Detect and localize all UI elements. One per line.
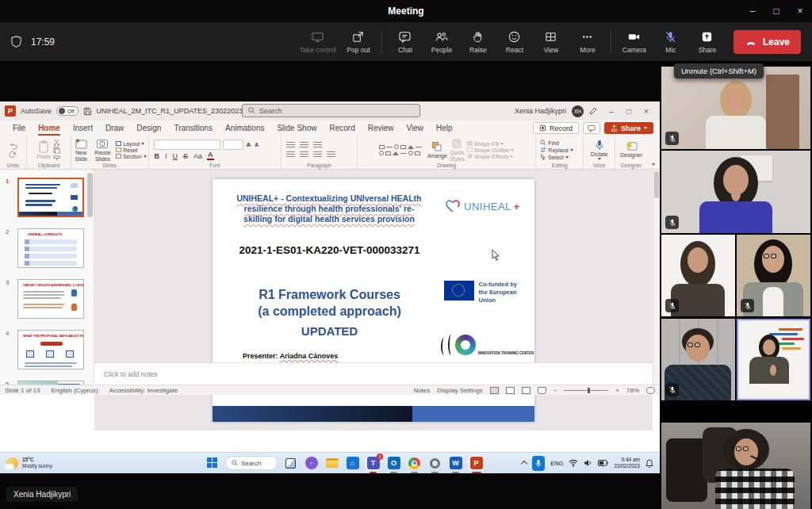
slide-thumbnail-3[interactable]: 3 TARGET GROUPS ADDRESSED: 2 LEVELS <box>17 279 82 319</box>
slide-heading-updated[interactable]: UPDATED <box>220 324 439 338</box>
reading-view-button[interactable] <box>522 387 530 394</box>
autosave-toggle[interactable]: Off <box>56 106 79 116</box>
slide-heading[interactable]: R1 Framework Courses(a completed approac… <box>220 287 439 320</box>
save-icon[interactable] <box>83 107 92 116</box>
ppt-minimize-button[interactable]: – <box>603 107 620 116</box>
paste-button[interactable]: Paste <box>36 140 51 159</box>
notification-bell-icon[interactable] <box>645 459 653 468</box>
camera-button[interactable]: Camera <box>616 24 653 60</box>
tray-expand-icon[interactable] <box>521 461 527 467</box>
language-indicator[interactable]: English (Cyprus) <box>51 387 98 394</box>
align-left-icon[interactable] <box>286 151 295 159</box>
strikethrough-button[interactable]: S <box>182 152 189 160</box>
mic-button[interactable]: Mic <box>653 24 689 60</box>
participant-video-6[interactable] <box>661 423 810 509</box>
italic-button[interactable]: I <box>164 152 168 160</box>
react-button[interactable]: React <box>496 24 533 60</box>
ribbon-collapse-icon[interactable] <box>652 163 655 166</box>
participant-video-4[interactable] <box>737 235 810 316</box>
slide-thumbnail-1[interactable]: 1 <box>17 178 82 217</box>
taskbar-clock[interactable]: 9:44 am23/02/2023 <box>614 457 640 470</box>
file-explorer-button[interactable] <box>324 456 339 471</box>
tab-review[interactable]: Review <box>362 121 400 136</box>
start-button[interactable] <box>205 456 220 471</box>
zoom-in-button[interactable]: + <box>615 387 619 394</box>
grow-font-button[interactable]: A <box>246 141 252 148</box>
pencil-icon[interactable] <box>589 107 597 115</box>
slideshow-view-button[interactable] <box>538 387 546 394</box>
microsoft-store-button[interactable]: ⌂ <box>345 456 360 471</box>
more-button[interactable]: More <box>569 24 606 60</box>
participant-video-2[interactable] <box>661 151 810 233</box>
arrange-button[interactable]: Arrange <box>427 141 447 159</box>
shape-effects-button[interactable]: Shape Effects <box>467 154 513 159</box>
tab-animations[interactable]: Animations <box>219 121 270 136</box>
tab-draw[interactable]: Draw <box>99 121 130 136</box>
shrink-font-button[interactable]: A <box>254 142 259 147</box>
new-slide-button[interactable]: New Slide <box>73 138 90 162</box>
people-button[interactable]: People <box>423 24 460 60</box>
window-minimize-button[interactable]: – <box>741 0 764 22</box>
ppt-share-button[interactable]: Share <box>604 122 653 134</box>
slide-sorter-view-button[interactable] <box>506 387 515 394</box>
bold-button[interactable]: B <box>154 152 161 160</box>
reset-button[interactable]: Reset <box>116 147 137 153</box>
view-button[interactable]: View <box>533 24 569 60</box>
cut-icon[interactable] <box>53 139 60 146</box>
chrome-button[interactable] <box>407 456 422 471</box>
thumbnail-scrollbar[interactable] <box>87 173 93 217</box>
section-button[interactable]: Section <box>116 154 146 159</box>
leave-button[interactable]: Leave <box>733 30 801 54</box>
zoom-out-button[interactable]: − <box>553 387 557 394</box>
designer-button[interactable]: Designer <box>620 141 642 158</box>
share-button[interactable]: Share <box>689 24 726 60</box>
teams-app-button[interactable]: T 1 <box>366 456 381 471</box>
language-abbr[interactable]: ENG <box>550 460 563 467</box>
replace-button[interactable]: Replace <box>540 147 573 153</box>
underline-button[interactable]: U <box>172 152 179 160</box>
raise-hand-button[interactable]: Raise <box>460 24 496 60</box>
settings-button[interactable] <box>427 456 442 471</box>
canvas-scrollbar[interactable] <box>653 170 660 385</box>
tray-mic-indicator[interactable] <box>532 456 545 471</box>
dictate-button[interactable]: Dictate <box>591 140 608 160</box>
taskbar-chat-app[interactable]: ◦ <box>304 456 319 471</box>
pop-out-button[interactable]: Pop out <box>340 24 377 60</box>
font-color-button[interactable]: A <box>207 151 214 159</box>
participant-video-5[interactable] <box>661 319 735 400</box>
ppt-search-box[interactable]: Search <box>242 104 420 117</box>
tab-insert[interactable]: Insert <box>67 121 99 136</box>
notes-toggle[interactable]: Notes <box>413 387 430 394</box>
number-list-icon[interactable] <box>300 142 308 149</box>
participant-video-1[interactable] <box>661 67 810 149</box>
normal-view-button[interactable] <box>490 387 499 394</box>
participant-video-3[interactable] <box>661 235 735 316</box>
align-center-icon[interactable] <box>300 151 308 159</box>
ppt-close-button[interactable]: × <box>638 107 655 116</box>
reuse-slides-button[interactable]: Reuse Slides <box>92 138 113 162</box>
change-case-button[interactable]: Aa <box>193 152 203 160</box>
project-code[interactable]: 2021-1-ES01-KA220-VET-000033271 <box>236 244 423 258</box>
tab-record[interactable]: Record <box>323 121 361 136</box>
outlook-button[interactable]: O <box>386 456 401 471</box>
chat-button[interactable]: Chat <box>387 24 423 60</box>
word-button[interactable]: W <box>448 456 463 471</box>
shape-outline-button[interactable]: Shape Outline <box>467 147 514 153</box>
font-name-dropdown[interactable] <box>154 140 220 150</box>
tab-transitions[interactable]: Transitions <box>167 121 219 136</box>
user-avatar[interactable]: XH <box>572 105 584 117</box>
slide-thumbnail-2[interactable]: 2 UNIHEAL+ 4 RESULTS <box>17 228 82 268</box>
tab-help[interactable]: Help <box>430 121 459 136</box>
undo-icon[interactable] <box>9 143 17 150</box>
redo-icon[interactable] <box>9 151 17 158</box>
tab-home[interactable]: Home <box>32 121 67 136</box>
format-painter-icon[interactable] <box>53 155 60 162</box>
shape-fill-button[interactable]: Shape Fill <box>467 141 504 147</box>
tab-view[interactable]: View <box>400 121 431 136</box>
justify-icon[interactable] <box>327 151 335 159</box>
ppt-record-button[interactable]: Record <box>533 122 579 134</box>
battery-icon[interactable] <box>598 460 608 466</box>
copy-icon[interactable] <box>53 147 60 154</box>
taskbar-weather-widget[interactable]: 15°CMostly sunny <box>0 457 143 469</box>
find-button[interactable]: Find <box>540 140 559 146</box>
